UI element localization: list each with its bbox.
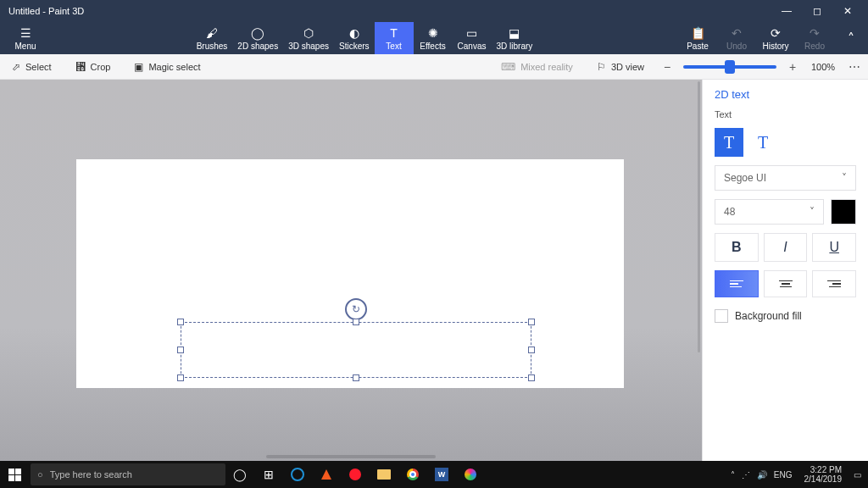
zoom-in-button[interactable]: +	[782, 60, 804, 74]
word-icon: W	[435, 468, 448, 481]
redo-button[interactable]: ↷ Redo	[795, 22, 834, 54]
tab-canvas[interactable]: ▭ Canvas	[453, 22, 492, 54]
magic-select-icon: ▣	[134, 61, 143, 73]
underline-button[interactable]: U	[812, 233, 856, 262]
align-center-button[interactable]	[764, 270, 808, 297]
paint3d-icon	[465, 469, 476, 480]
redo-icon: ↷	[810, 26, 820, 40]
font-size-select[interactable]: 48 ˅	[715, 199, 824, 225]
taskbar-search[interactable]: ○ Type here to search	[31, 463, 225, 485]
tab-stickers[interactable]: ◐ Stickers	[334, 22, 375, 54]
resize-handle-sw[interactable]	[177, 374, 184, 381]
font-family-select[interactable]: Segoe UI ˅	[715, 165, 856, 191]
shapes3d-icon: ⬡	[303, 26, 314, 40]
more-options-button[interactable]: ⋯	[843, 60, 868, 74]
resize-handle-se[interactable]	[528, 374, 535, 381]
tab-3d-library[interactable]: ⬓ 3D library	[492, 22, 538, 54]
cortana-button[interactable]: ◯	[225, 461, 254, 488]
taskbar-app-paint3d[interactable]	[456, 461, 485, 488]
search-icon: ○	[37, 469, 43, 480]
workspace: ↻ 2D text Text T T Segoe UI ˅ 48	[0, 80, 868, 461]
shapes2d-icon: ◯	[251, 26, 264, 40]
tab-brushes[interactable]: 🖌 Brushes	[192, 22, 233, 54]
align-left-button[interactable]	[715, 270, 759, 297]
3d-view-button[interactable]: ⚐ 3D view	[585, 54, 656, 79]
vertical-scrollbar[interactable]	[698, 81, 700, 352]
hamburger-icon: ☰	[20, 26, 31, 40]
flag-icon: ⚐	[597, 61, 606, 73]
library-icon: ⬓	[509, 26, 520, 40]
vlc-icon	[321, 469, 331, 480]
cursor-icon: ⬀	[12, 61, 20, 73]
text-section-label: Text	[715, 109, 856, 119]
tray-volume-icon[interactable]: 🔊	[757, 470, 767, 480]
menu-button[interactable]: ☰ Menu	[0, 22, 51, 54]
resize-handle-n[interactable]	[353, 319, 359, 325]
taskbar-app-opera[interactable]	[341, 461, 370, 488]
secondary-toolbar: ⬀ Select ␫ Crop ▣ Magic select ⌨ Mixed r…	[0, 54, 868, 80]
opera-icon	[349, 469, 361, 480]
tab-text[interactable]: T Text	[375, 22, 414, 54]
canvas-viewport[interactable]: ↻	[0, 80, 702, 461]
resize-handle-nw[interactable]	[177, 319, 184, 325]
windows-logo-icon	[8, 469, 21, 481]
minimize-button[interactable]: —	[771, 0, 802, 22]
panel-title: 2D text	[715, 88, 856, 101]
magic-select-tool[interactable]: ▣ Magic select	[122, 54, 212, 79]
tray-clock[interactable]: 3:22 PM 2/14/2019	[799, 465, 848, 484]
menu-label: Menu	[14, 42, 36, 51]
align-right-button[interactable]	[812, 270, 856, 297]
tray-chevron-up-icon[interactable]: ˄	[731, 470, 735, 480]
rotate-handle[interactable]: ↻	[345, 298, 367, 320]
text-properties-panel: 2D text Text T T Segoe UI ˅ 48 ˅ B I U	[702, 80, 868, 461]
system-tray[interactable]: ˄ ⋰ 🔊 ENG 3:22 PM 2/14/2019 ▭	[724, 465, 868, 484]
close-button[interactable]: ✕	[832, 0, 863, 22]
stickers-icon: ◐	[349, 26, 359, 40]
brush-icon: 🖌	[206, 26, 218, 40]
tray-language[interactable]: ENG	[774, 470, 793, 480]
resize-handle-ne[interactable]	[528, 319, 535, 325]
zoom-percent[interactable]: 100%	[804, 62, 843, 72]
start-button[interactable]	[0, 461, 29, 488]
maximize-button[interactable]: ◻	[802, 0, 832, 22]
history-button[interactable]: ⟳ History	[756, 22, 795, 54]
taskbar-app-file-explorer[interactable]	[370, 461, 398, 488]
font-size-value: 48	[724, 206, 735, 218]
text-selection-box[interactable]: ↻	[181, 322, 531, 378]
effects-icon: ✺	[428, 26, 438, 40]
tray-notifications-icon[interactable]: ▭	[854, 470, 861, 480]
tab-effects[interactable]: ✺ Effects	[414, 22, 453, 54]
tab-2d-shapes[interactable]: ◯ 2D shapes	[232, 22, 283, 54]
crop-tool[interactable]: ␫ Crop	[64, 54, 123, 79]
task-view-button[interactable]: ⊞	[254, 461, 283, 488]
tray-wifi-icon[interactable]: ⋰	[742, 470, 750, 480]
horizontal-scrollbar[interactable]	[0, 452, 702, 461]
text-color-swatch[interactable]	[831, 199, 856, 225]
3d-text-type-button[interactable]: T	[748, 128, 777, 157]
background-fill-checkbox[interactable]	[715, 309, 728, 323]
selection-border	[181, 322, 531, 378]
tool-tabs: 🖌 Brushes ◯ 2D shapes ⬡ 3D shapes ◐ Stic…	[51, 22, 678, 54]
undo-button[interactable]: ↶ Undo	[717, 22, 756, 54]
zoom-out-button[interactable]: −	[656, 60, 678, 74]
italic-button[interactable]: I	[764, 233, 808, 262]
tray-time: 3:22 PM	[810, 465, 842, 474]
tab-3d-shapes[interactable]: ⬡ 3D shapes	[283, 22, 334, 54]
taskbar-app-vlc[interactable]	[312, 461, 341, 488]
taskbar-app-chrome[interactable]	[398, 461, 427, 488]
windows-taskbar: ○ Type here to search ◯ ⊞ W ˄ ⋰ 🔊 ENG 3:…	[0, 461, 868, 488]
folder-icon	[377, 469, 391, 480]
bold-button[interactable]: B	[715, 233, 759, 262]
resize-handle-s[interactable]	[353, 374, 359, 381]
taskbar-app-word[interactable]: W	[427, 461, 456, 488]
zoom-slider[interactable]	[683, 65, 776, 69]
taskbar-app-edge[interactable]	[283, 461, 312, 488]
paste-button[interactable]: 📋 Paste	[678, 22, 717, 54]
edge-icon	[291, 468, 304, 481]
2d-text-type-button[interactable]: T	[715, 128, 743, 157]
select-tool[interactable]: ⬀ Select	[0, 54, 64, 79]
resize-handle-e[interactable]	[528, 347, 535, 353]
background-fill-label: Background fill	[735, 310, 802, 322]
resize-handle-w[interactable]	[177, 347, 184, 353]
collapse-panel-button[interactable]: ˄	[834, 22, 868, 54]
